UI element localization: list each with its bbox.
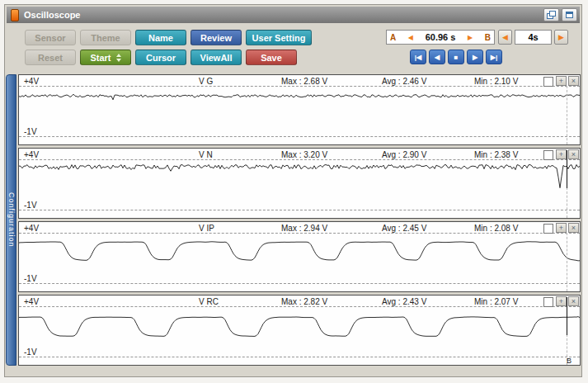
channel-vip: +4V V IP Max : 2.94 V Avg : 2.45 V Min :… [18,221,581,292]
channel-name: V RC [199,297,219,306]
channel-visible-checkbox[interactable] [543,224,553,234]
channel-visible-checkbox[interactable] [543,77,553,87]
left-arrow-icon: ◀ [502,33,508,41]
channel-max: Max : 2.68 V [281,77,327,86]
cursor-b-marker[interactable] [567,297,567,335]
grid-line-bottom [19,210,580,210]
channel-name: V N [199,150,213,159]
channel-min: Min : 2.07 V [474,297,518,306]
app-icon [11,9,19,21]
step-back-button[interactable]: ◀ [429,50,445,64]
toolbar-row-1: Sensor Theme Name Review User Setting [25,30,312,45]
channel-min: Min : 2.10 V [474,77,518,86]
interval-select[interactable]: 4s [515,30,552,45]
cursor-b-gridline [567,86,567,144]
channel-close-button[interactable]: × [568,296,579,306]
channel-bottom-voltage: -1V [24,127,37,136]
range-a-arrow-icon[interactable]: ◀ [408,34,413,41]
toolbar-row-2: Reset Start Cursor ViewAll Save [25,50,297,65]
cursor-b-marker[interactable] [567,150,567,188]
channel-top-voltage: +4V [24,77,39,86]
stop-button[interactable]: ■ [448,50,464,64]
range-b-arrow-icon[interactable]: ▶ [468,34,473,41]
channel-bottom-voltage: -1V [24,274,37,283]
channel-min: Min : 2.08 V [474,224,518,233]
export-window-button[interactable] [543,8,559,21]
time-range-value: 60.96 s [426,32,456,42]
channel-visible-checkbox[interactable] [543,150,553,160]
window-icon [566,12,573,18]
name-button[interactable]: Name [135,30,186,45]
channel-vrc: +4V V RC Max : 2.82 V Avg : 2.43 V Min :… [18,295,581,366]
channel-avg: Avg : 2.45 V [382,224,426,233]
channel-avg: Avg : 2.43 V [382,297,426,306]
save-button[interactable]: Save [246,50,297,65]
channel-expand-button[interactable]: + [556,76,567,86]
channel-top-voltage: +4V [24,297,39,306]
channel-top-voltage: +4V [24,150,39,159]
channel-avg: Avg : 2.90 V [382,150,426,159]
channel-expand-button[interactable]: + [556,223,567,233]
channel-area: +4V V G Max : 2.68 V Avg : 2.46 V Min : … [18,74,581,368]
channel-bottom-voltage: -1V [24,201,37,210]
channel-close-button[interactable]: × [568,76,579,86]
cursor-b-gridline [567,233,567,291]
configuration-tab[interactable]: Configuration [6,74,16,366]
configuration-tab-label: Configuration [7,192,16,248]
right-arrow-icon: ▶ [558,33,564,41]
channel-top-voltage: +4V [24,224,39,233]
channel-expand-button[interactable]: + [556,149,567,159]
grid-line-top [19,159,580,160]
channel-avg: Avg : 2.46 V [382,77,426,86]
theme-button[interactable]: Theme [80,30,131,45]
channel-max: Max : 2.82 V [281,297,327,306]
grid-line-top [19,86,580,87]
skip-to-start-button[interactable]: |◀ [410,50,426,64]
restore-window-button[interactable] [562,8,577,21]
titlebar: Oscilloscope [7,7,580,23]
review-button[interactable]: Review [191,30,242,45]
channel-close-button[interactable]: × [568,149,579,159]
start-button-label: Start [90,53,111,63]
channel-max: Max : 2.94 V [281,224,327,233]
cursor-b-corner-label: B [567,357,572,365]
sensor-button[interactable]: Sensor [25,30,76,45]
grid-line-bottom [19,357,580,357]
viewall-button[interactable]: ViewAll [191,50,242,65]
copy-pages-icon [547,11,556,19]
user-setting-button[interactable]: User Setting [246,30,312,45]
channel-visible-checkbox[interactable] [543,297,553,307]
time-range-display: A ◀ 60.96 s ▶ B [386,30,495,45]
reset-button[interactable]: Reset [25,50,76,65]
channel-name: V G [199,77,213,86]
interval-prev-button[interactable]: ◀ [498,30,512,45]
channel-max: Max : 3.20 V [281,150,327,159]
grid-line-top [19,306,580,307]
start-stepper-icon[interactable] [116,54,121,62]
channel-close-button[interactable]: × [568,223,579,233]
channel-bottom-voltage: -1V [24,348,37,357]
skip-to-end-button[interactable]: ▶| [486,50,502,64]
play-button[interactable]: ▶ [467,50,483,64]
range-a-label: A [390,33,396,42]
cursor-button[interactable]: Cursor [135,50,186,65]
oscilloscope-window: Oscilloscope Sensor Theme Name Review Us… [4,4,582,377]
range-b-label: B [485,33,491,42]
grid-line-bottom [19,136,580,137]
interval-next-button[interactable]: ▶ [554,30,568,45]
channel-expand-button[interactable]: + [556,296,567,306]
channel-vg: +4V V G Max : 2.68 V Avg : 2.46 V Min : … [18,74,581,145]
grid-line-bottom [19,283,580,284]
channel-vn: +4V V N Max : 3.20 V Avg : 2.90 V Min : … [18,148,581,219]
playback-controls: |◀ ◀ ■ ▶ ▶| [410,50,502,64]
window-title: Oscilloscope [24,10,543,20]
channel-name: V IP [199,224,214,233]
channel-min: Min : 2.38 V [474,150,518,159]
start-button[interactable]: Start [80,50,131,65]
grid-line-top [19,233,580,234]
